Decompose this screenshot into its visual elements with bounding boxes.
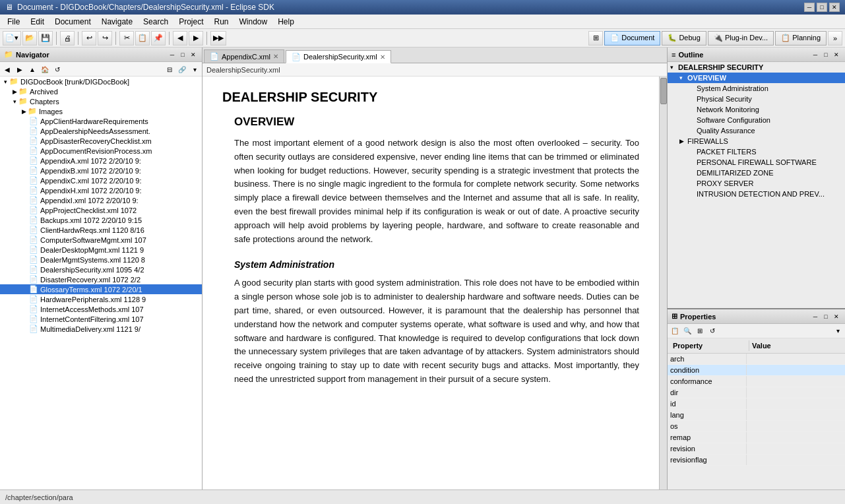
outline-item-11[interactable]: PROXY SERVER — [668, 178, 845, 189]
nav-file-15[interactable]: 📄DealershipSecurity.xml 1095 4/2 — [0, 265, 202, 274]
nav-file-8[interactable]: 📄AppendixI.xml 1072 2/20/10 9: — [0, 195, 202, 205]
nav-file-13[interactable]: 📄DealerDesktopMgmt.xml 1121 9 — [0, 245, 202, 255]
properties-close[interactable]: ✕ — [832, 312, 841, 321]
toolbar-open[interactable]: 📂 — [22, 31, 37, 46]
navigator-close[interactable]: ✕ — [189, 50, 198, 59]
prop-row-6[interactable]: os — [668, 421, 845, 432]
nav-file-4[interactable]: 📄AppendixA.xml 1072 2/20/10 9: — [0, 156, 202, 166]
perspective-debug[interactable]: 🐛 Debug — [662, 31, 706, 46]
nav-file-5[interactable]: 📄AppendixB.xml 1072 2/20/10 9: — [0, 166, 202, 175]
nav-refresh[interactable]: ↺ — [51, 63, 63, 75]
nav-file-16[interactable]: 📄DisasterRecovery.xml 1072 2/2 — [0, 274, 202, 284]
nav-file-1[interactable]: 📄AppDealershipNeedsAssessment. — [0, 126, 202, 136]
outline-close[interactable]: ✕ — [832, 50, 841, 59]
nav-file-12[interactable]: 📄ComputerSoftwareMgmt.xml 107 — [0, 235, 202, 245]
menu-search[interactable]: Search — [139, 15, 173, 28]
nav-forward[interactable]: ▶ — [14, 63, 26, 75]
menu-document[interactable]: Document — [50, 15, 96, 28]
properties-controls[interactable]: ─ □ ✕ — [811, 312, 841, 321]
outline-item-6[interactable]: Quality Assurance — [668, 125, 845, 136]
tab-appendixc-close[interactable]: ✕ — [273, 53, 278, 60]
outline-item-7[interactable]: ▶FIREWALLS — [668, 136, 845, 146]
navigator-controls[interactable]: ─ □ ✕ — [168, 50, 198, 59]
perspective-plugin[interactable]: 🔌 Plug-in Dev... — [708, 31, 774, 46]
toolbar-save[interactable]: 💾 — [38, 31, 53, 46]
scrollbar-thumb[interactable] — [660, 78, 667, 104]
menu-file[interactable]: File — [3, 15, 24, 28]
nav-file-10[interactable]: 📄Backups.xml 1072 2/20/10 9:15 — [0, 215, 202, 225]
nav-file-21[interactable]: 📄MultimediaDelivery.xml 1121 9/ — [0, 324, 202, 334]
toolbar-cut[interactable]: ✂ — [119, 31, 134, 46]
prop-copy-btn[interactable]: 📋 — [669, 325, 681, 337]
prop-row-7[interactable]: remap — [668, 432, 845, 443]
outline-item-5[interactable]: Software Configuration — [668, 115, 845, 125]
close-button[interactable]: ✕ — [829, 3, 840, 12]
menu-help[interactable]: Help — [273, 15, 299, 28]
toolbar-open-perspective[interactable]: » — [828, 31, 842, 46]
nav-file-17[interactable]: 📄GlossaryTerms.xml 1072 2/20/1 — [0, 284, 202, 294]
outline-toggle-0[interactable]: ▾ — [670, 64, 678, 71]
outline-toggle-7[interactable]: ▶ — [679, 138, 687, 144]
tab-dealershipsecurity-close[interactable]: ✕ — [380, 53, 385, 61]
toolbar-print[interactable]: 🖨 — [60, 31, 75, 46]
toolbar-perspectives-icon[interactable]: ⊞ — [588, 31, 603, 46]
perspective-planning[interactable]: 📋 Planning — [775, 31, 827, 46]
editor-scrollbar[interactable] — [659, 77, 667, 489]
images-toggle[interactable]: ▶ — [20, 108, 28, 115]
root-toggle[interactable]: ▾ — [1, 79, 9, 85]
prop-row-4[interactable]: id — [668, 398, 845, 410]
outline-item-1[interactable]: ▾OVERVIEW — [668, 73, 845, 83]
outline-item-0[interactable]: ▾DEALERSHIP SECURITY — [668, 62, 845, 73]
toolbar-forward[interactable]: ▶ — [189, 31, 203, 46]
outline-toggle-1[interactable]: ▾ — [679, 75, 687, 81]
prop-row-1[interactable]: condition — [668, 365, 845, 376]
nav-file-7[interactable]: 📄AppendixH.xml 1072 2/20/10 9: — [0, 185, 202, 195]
nav-back[interactable]: ◀ — [1, 63, 13, 75]
properties-maximize[interactable]: □ — [821, 312, 830, 321]
nav-menu[interactable]: ▾ — [189, 63, 201, 75]
nav-file-20[interactable]: 📄InternetContentFiltering.xml 107 — [0, 314, 202, 324]
toolbar-back[interactable]: ◀ — [173, 31, 187, 46]
outline-item-4[interactable]: Network Monitoring — [668, 104, 845, 115]
menu-project[interactable]: Project — [174, 15, 208, 28]
chapters-toggle[interactable]: ▾ — [11, 98, 18, 105]
nav-file-14[interactable]: 📄DealerMgmtSystems.xml 1120 8 — [0, 255, 202, 265]
perspective-document[interactable]: 📄 Document — [604, 31, 660, 46]
toolbar-run[interactable]: ▶▶ — [210, 31, 226, 46]
nav-file-19[interactable]: 📄InternetAccessMethods.xml 107 — [0, 304, 202, 314]
prop-filter-btn[interactable]: 🔍 — [681, 325, 693, 337]
minimize-button[interactable]: ─ — [804, 3, 815, 12]
editor-content[interactable]: DEALERSHIP SECURITY OVERVIEW The most im… — [203, 77, 659, 489]
prop-row-8[interactable]: revision — [668, 443, 845, 455]
window-controls[interactable]: ─ □ ✕ — [804, 3, 840, 12]
toolbar-copy[interactable]: 📋 — [135, 31, 150, 46]
toolbar-redo[interactable]: ↪ — [98, 31, 112, 46]
outline-maximize[interactable]: □ — [821, 50, 830, 59]
menu-window[interactable]: Window — [235, 15, 272, 28]
tab-appendixc[interactable]: 📄 AppendixC.xml ✕ — [204, 49, 284, 63]
toolbar-paste[interactable]: 📌 — [151, 31, 166, 46]
tree-images[interactable]: ▶ 📁 Images — [0, 106, 202, 116]
navigator-minimize[interactable]: ─ — [168, 50, 177, 59]
archived-toggle[interactable]: ▶ — [11, 88, 18, 95]
outline-controls[interactable]: ─ □ ✕ — [811, 50, 841, 59]
properties-minimize[interactable]: ─ — [811, 312, 820, 321]
nav-file-6[interactable]: 📄AppendixC.xml 1072 2/20/10 9: — [0, 175, 202, 185]
prop-row-3[interactable]: dir — [668, 387, 845, 398]
menu-navigate[interactable]: Navigate — [97, 15, 137, 28]
nav-file-11[interactable]: 📄ClientHardwReqs.xml 1120 8/16 — [0, 225, 202, 235]
nav-file-9[interactable]: 📄AppProjectChecklist.xml 1072 — [0, 205, 202, 215]
prop-row-2[interactable]: conformance — [668, 376, 845, 387]
outline-item-3[interactable]: Physical Security — [668, 94, 845, 104]
nav-up[interactable]: ▲ — [26, 63, 38, 75]
nav-file-3[interactable]: 📄AppDocumentRevisionProcess.xm — [0, 146, 202, 156]
toolbar-undo[interactable]: ↩ — [82, 31, 96, 46]
outline-item-8[interactable]: PACKET FILTERS — [668, 146, 845, 157]
nav-link[interactable]: 🔗 — [176, 63, 188, 75]
menu-run[interactable]: Run — [210, 15, 234, 28]
navigator-maximize[interactable]: □ — [178, 50, 187, 59]
menu-edit[interactable]: Edit — [26, 15, 49, 28]
nav-collapse[interactable]: ⊟ — [164, 63, 175, 75]
maximize-button[interactable]: □ — [817, 3, 827, 12]
nav-file-0[interactable]: 📄AppClientHardwareRequirements — [0, 116, 202, 126]
